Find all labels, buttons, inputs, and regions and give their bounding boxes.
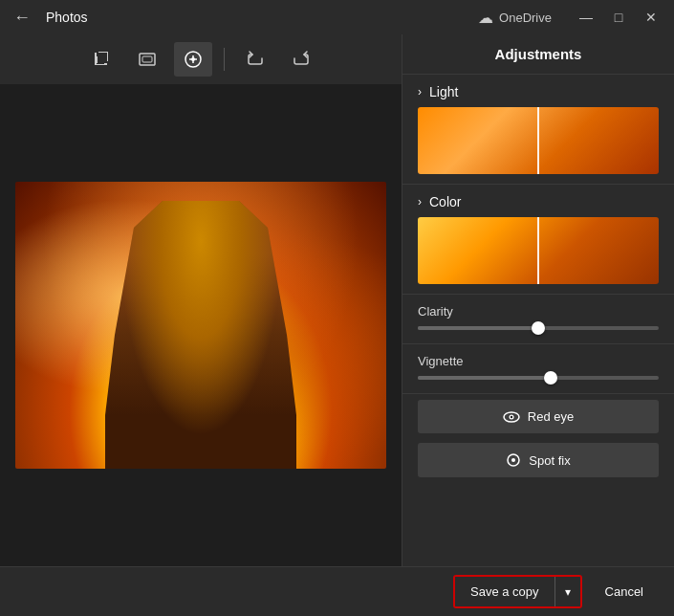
svg-point-8 [511, 458, 515, 462]
main-image [15, 182, 386, 469]
vignette-label: Vignette [418, 354, 659, 368]
bottom-bar: Save a copy ▾ Cancel [0, 566, 674, 616]
adjustments-header: Adjustments [402, 34, 674, 75]
save-dropdown-button[interactable]: ▾ [554, 577, 580, 606]
undo-button[interactable] [236, 42, 274, 77]
aspect-ratio-button[interactable] [128, 42, 166, 77]
light-section-header[interactable]: › Light [418, 84, 659, 99]
light-section: › Light [402, 75, 674, 185]
spot-fix-button[interactable]: Spot fix [418, 443, 659, 477]
window-controls: — □ ✕ [571, 4, 666, 31]
image-display [0, 84, 402, 566]
back-button[interactable]: ← [8, 6, 36, 30]
adjustments-panel: Adjustments › Light › Color Clarity [402, 34, 674, 566]
color-preview [418, 217, 659, 284]
clarity-label: Clarity [418, 304, 659, 319]
cancel-button[interactable]: Cancel [590, 577, 659, 606]
clarity-fill [418, 326, 538, 330]
clarity-slider-track[interactable] [418, 326, 659, 330]
vignette-fill [418, 376, 551, 380]
onedrive-area: ☁ OneDrive [478, 9, 552, 27]
clarity-section: Clarity [402, 295, 674, 344]
red-eye-icon [503, 411, 520, 423]
title-bar-left: ← Photos [8, 6, 88, 30]
onedrive-label: OneDrive [499, 11, 552, 25]
color-label: Color [429, 194, 461, 209]
light-label: Light [429, 84, 458, 99]
close-button[interactable]: ✕ [636, 4, 666, 31]
save-copy-button[interactable]: Save a copy [455, 577, 554, 606]
title-bar-right: ☁ OneDrive — □ ✕ [478, 4, 666, 31]
save-button-group: Save a copy ▾ [453, 575, 582, 608]
svg-point-6 [511, 415, 512, 417]
color-chevron-icon: › [418, 195, 422, 209]
svg-rect-1 [142, 56, 152, 62]
light-chevron-icon: › [418, 85, 422, 99]
title-bar: ← Photos ☁ OneDrive — □ ✕ [0, 0, 674, 34]
vignette-slider-track[interactable] [418, 376, 659, 380]
svg-rect-0 [140, 54, 155, 65]
minimize-button[interactable]: — [571, 4, 601, 31]
adjust-button[interactable] [174, 42, 212, 77]
light-preview [418, 107, 659, 174]
clarity-thumb[interactable] [532, 321, 545, 335]
onedrive-icon: ☁ [478, 9, 493, 27]
image-panel [0, 34, 402, 566]
spot-fix-icon [506, 452, 521, 468]
svg-point-3 [191, 57, 195, 61]
red-eye-label: Red eye [528, 409, 574, 424]
red-eye-button[interactable]: Red eye [418, 400, 659, 433]
redo-button[interactable] [282, 42, 320, 77]
color-section-header[interactable]: › Color [418, 194, 659, 209]
color-section: › Color [402, 185, 674, 295]
maximize-button[interactable]: □ [603, 4, 634, 31]
spot-fix-label: Spot fix [529, 453, 570, 468]
character-overlay [105, 201, 296, 469]
crop-button[interactable] [82, 42, 120, 77]
toolbar-divider [224, 48, 225, 71]
vignette-thumb[interactable] [544, 371, 557, 385]
main-content: Adjustments › Light › Color Clarity [0, 34, 674, 566]
vignette-section: Vignette [402, 344, 674, 394]
toolbar [0, 34, 402, 84]
app-title: Photos [46, 10, 88, 25]
